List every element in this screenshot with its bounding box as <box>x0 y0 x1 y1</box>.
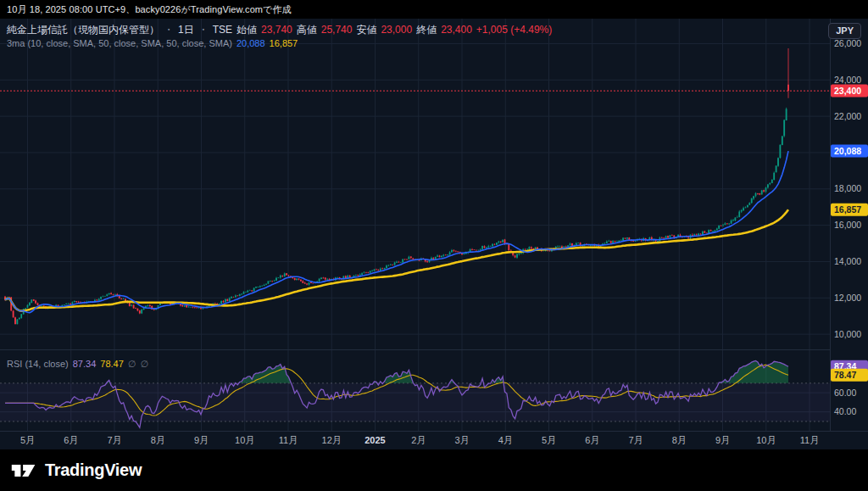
chart-area[interactable]: 26,00024,00022,00020,00018,00016,00014,0… <box>0 19 868 449</box>
svg-text:4月: 4月 <box>498 435 513 445</box>
rsi-band <box>0 383 830 421</box>
symbol-title[interactable]: 純金上場信託（現物国内保管型） <box>7 23 159 37</box>
rsi-indicator-legend[interactable]: RSI (14, close) 87.34 78.47 ∅ ∅ <box>7 359 148 370</box>
open-value: 23,740 <box>261 24 292 36</box>
svg-text:7月: 7月 <box>107 435 121 445</box>
svg-text:5月: 5月 <box>542 435 556 445</box>
svg-text:40.00: 40.00 <box>834 406 856 416</box>
svg-text:14,000: 14,000 <box>834 256 861 266</box>
attribution-text: 10月 18, 2025 08:00 UTC+9、backy0226がTradi… <box>7 3 292 16</box>
tradingview-snapshot: 10月 18, 2025 08:00 UTC+9、backy0226がTradi… <box>0 0 868 491</box>
svg-text:60.00: 60.00 <box>834 388 856 398</box>
tradingview-logo-icon[interactable] <box>10 460 37 482</box>
ma-indicator-legend[interactable]: 3ma (10, close, SMA, 50, close, SMA, 50,… <box>7 38 298 48</box>
svg-text:2月: 2月 <box>411 435 426 445</box>
svg-text:26,000: 26,000 <box>834 38 861 48</box>
svg-text:3月: 3月 <box>454 435 469 445</box>
exchange-label: TSE <box>213 24 232 36</box>
change-value: +1,005 (+4.49%) <box>476 24 552 36</box>
svg-text:7月: 7月 <box>628 435 643 445</box>
close-label: 終値 <box>416 23 437 37</box>
svg-text:16,000: 16,000 <box>834 220 861 230</box>
ma10-legend-value: 20,088 <box>236 38 265 48</box>
svg-text:6月: 6月 <box>64 435 78 445</box>
interval-label[interactable]: 1日 <box>178 23 194 37</box>
legend-separator: ・ <box>198 23 209 37</box>
ma-legend-title[interactable]: 3ma (10, close, SMA, 50, close, SMA, 50,… <box>7 38 232 48</box>
logo-bar: TradingView <box>0 449 868 491</box>
svg-text:78.47: 78.47 <box>834 370 856 380</box>
open-label: 始値 <box>236 23 257 37</box>
rsi-legend-title[interactable]: RSI (14, close) <box>7 359 69 369</box>
svg-text:10,000: 10,000 <box>834 329 861 339</box>
low-value: 23,000 <box>381 24 412 36</box>
svg-text:11月: 11月 <box>279 435 298 445</box>
sma-10-line <box>5 151 788 313</box>
ma50-legend-value: 16,857 <box>270 38 298 48</box>
svg-text:20,088: 20,088 <box>834 146 861 156</box>
price-badge: 20,088 <box>831 145 868 158</box>
svg-text:23,400: 23,400 <box>834 86 861 96</box>
currency-toggle-button[interactable]: JPY <box>828 23 861 39</box>
price-badge: 23,400 <box>831 85 868 98</box>
low-label: 安値 <box>356 23 376 37</box>
svg-text:2025: 2025 <box>364 435 385 445</box>
svg-text:6月: 6月 <box>585 435 599 445</box>
rsi-overbought-fill <box>107 360 788 382</box>
chart-canvas[interactable]: 26,00024,00022,00020,00018,00016,00014,0… <box>0 19 868 449</box>
svg-text:12,000: 12,000 <box>834 293 861 303</box>
svg-text:5月: 5月 <box>20 435 35 445</box>
svg-text:10月: 10月 <box>235 435 254 445</box>
svg-text:8月: 8月 <box>151 435 165 445</box>
tradingview-logo-text[interactable]: TradingView <box>45 460 142 480</box>
null-value-icon: ∅ <box>140 359 148 370</box>
svg-text:9月: 9月 <box>715 435 730 445</box>
svg-text:22,000: 22,000 <box>834 111 861 121</box>
svg-text:11月: 11月 <box>800 435 819 445</box>
symbol-legend[interactable]: 純金上場信託（現物国内保管型） ・ 1日 ・ TSE 始値 23,740 高値 … <box>7 23 552 37</box>
rsi-ma-legend-value: 78.47 <box>100 359 124 369</box>
null-value-icon: ∅ <box>128 359 136 370</box>
svg-text:12月: 12月 <box>322 435 342 445</box>
svg-text:18,000: 18,000 <box>834 183 861 193</box>
time-axis[interactable]: 5月6月7月8月9月10月11月12月20252月3月4月5月6月7月8月9月1… <box>20 435 819 445</box>
svg-text:9月: 9月 <box>194 435 209 445</box>
price-badge: 78.47 <box>831 369 868 382</box>
legend-separator: ・ <box>164 23 174 37</box>
svg-text:8月: 8月 <box>672 435 687 445</box>
svg-text:16,857: 16,857 <box>834 204 861 215</box>
svg-text:24,000: 24,000 <box>834 75 861 85</box>
close-value: 23,400 <box>441 24 472 36</box>
price-badge: 16,857 <box>831 204 868 216</box>
svg-text:10月: 10月 <box>756 435 776 445</box>
rsi-legend-value: 87.34 <box>73 359 97 369</box>
high-label: 高値 <box>297 23 317 37</box>
attribution-bar: 10月 18, 2025 08:00 UTC+9、backy0226がTradi… <box>0 0 868 19</box>
candlestick-layer <box>4 48 789 324</box>
high-value: 25,740 <box>321 24 353 36</box>
